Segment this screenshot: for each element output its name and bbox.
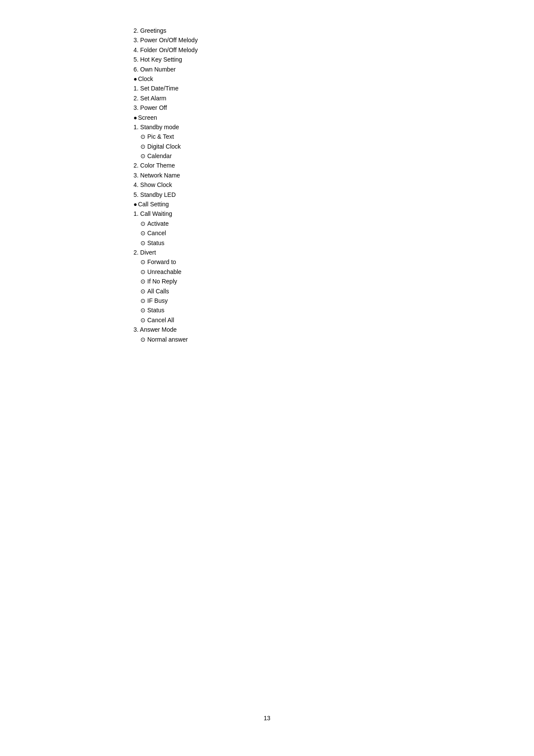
item-normal-answer: Normal answer xyxy=(134,335,198,344)
item-3-answer-mode: 3. Answer Mode xyxy=(134,325,198,334)
item-1-standby-mode: 1. Standby mode xyxy=(134,122,198,132)
item-2-set-alarm: 2. Set Alarm xyxy=(134,93,198,103)
item-unreachable: Unreachable xyxy=(134,267,198,277)
item-if-busy: IF Busy xyxy=(134,296,198,305)
item-if-no-reply: If No Reply xyxy=(134,277,198,286)
item-4-folder-melody: 4. Folder On/Off Melody xyxy=(134,45,198,55)
page-number: 13 xyxy=(264,715,270,722)
item-digital-clock: Digital Clock xyxy=(134,142,198,151)
item-2-greetings: 2. Greetings xyxy=(134,26,198,35)
item-status: Status xyxy=(134,238,198,248)
item-call-setting: Call Setting xyxy=(134,199,198,209)
item-2-divert: 2. Divert xyxy=(134,248,198,257)
item-status2: Status xyxy=(134,305,198,315)
item-calendar: Calendar xyxy=(134,151,198,161)
item-2-color-theme: 2. Color Theme xyxy=(134,161,198,170)
item-forward-to: Forward to xyxy=(134,257,198,267)
item-all-calls: All Calls xyxy=(134,286,198,296)
item-5-hot-key: 5. Hot Key Setting xyxy=(134,55,198,64)
item-1-set-date: 1. Set Date/Time xyxy=(134,84,198,93)
item-5-standby-led: 5. Standby LED xyxy=(134,190,198,199)
item-3-power-off: 3. Power Off xyxy=(134,103,198,112)
item-cancel: Cancel xyxy=(134,228,198,238)
item-screen: Screen xyxy=(134,113,198,122)
item-6-own-number: 6. Own Number xyxy=(134,65,198,74)
item-1-call-waiting: 1. Call Waiting xyxy=(134,209,198,218)
page-content: 2. Greetings3. Power On/Off Melody4. Fol… xyxy=(134,26,198,344)
item-3-power-melody: 3. Power On/Off Melody xyxy=(134,35,198,45)
item-pic-text: Pic & Text xyxy=(134,132,198,141)
item-activate: Activate xyxy=(134,219,198,228)
item-cancel-all: Cancel All xyxy=(134,315,198,325)
item-4-show-clock: 4. Show Clock xyxy=(134,180,198,190)
item-clock: Clock xyxy=(134,74,198,84)
item-3-network-name: 3. Network Name xyxy=(134,171,198,180)
